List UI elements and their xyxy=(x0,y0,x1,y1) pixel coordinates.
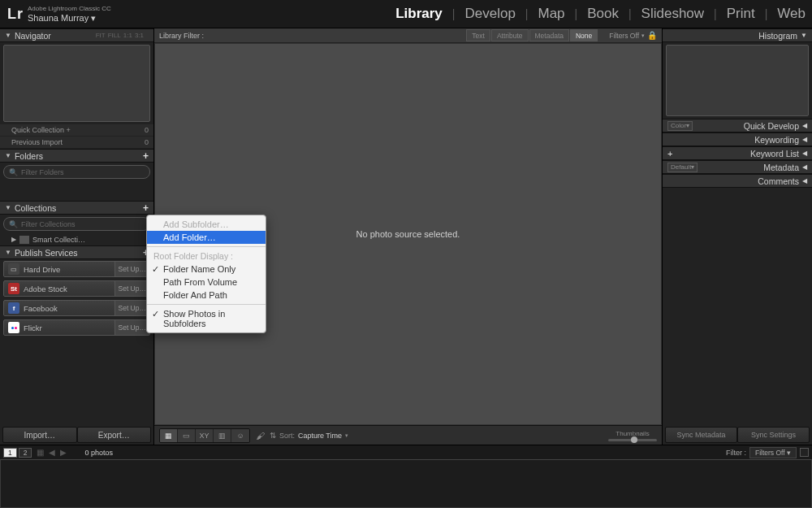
histogram-panel xyxy=(666,45,809,116)
zoom-fill[interactable]: FILL xyxy=(108,32,121,39)
navigator-title: Navigator xyxy=(15,31,51,41)
publish-label: Flickr xyxy=(24,323,42,332)
filter-preset-select[interactable]: Filters Off ▾ xyxy=(749,447,797,458)
catalog-quick-collection[interactable]: Quick Collection + 0 xyxy=(0,124,153,137)
loupe-view-button[interactable]: ▭ xyxy=(178,429,196,442)
menu-add-folder[interactable]: Add Folder… xyxy=(147,231,266,244)
filter-text[interactable]: Text xyxy=(466,29,490,41)
module-picker: Library| Develop| Map| Book| Slideshow| … xyxy=(395,6,806,22)
empty-state-text: No photo source selected. xyxy=(356,229,460,239)
setup-button[interactable]: Set Up… xyxy=(114,320,150,335)
collections-filter-input[interactable]: 🔍 Filter Collections xyxy=(3,217,150,231)
sync-metadata-button[interactable]: Sync Metadata xyxy=(665,427,737,443)
painter-tool-icon[interactable]: 🖌 xyxy=(253,429,266,442)
grid-view-button[interactable]: ▦ xyxy=(160,429,178,442)
module-slideshow[interactable]: Slideshow xyxy=(641,6,705,22)
menu-show-subfolders[interactable]: Show Photos in Subfolders xyxy=(147,307,266,330)
keywording-header[interactable]: Keywording ◀ xyxy=(663,132,812,146)
filmstrip[interactable] xyxy=(0,459,812,508)
module-develop[interactable]: Develop xyxy=(464,6,515,22)
product-name: Adobe Lightroom Classic CC xyxy=(28,6,111,12)
filter-metadata[interactable]: Metadata xyxy=(529,29,569,41)
histogram-title: Histogram xyxy=(758,31,797,41)
metadata-header[interactable]: Default ▾ Metadata ◀ xyxy=(663,160,812,174)
chevron-down-icon: ▼ xyxy=(801,32,807,39)
publish-facebook[interactable]: f Facebook Set Up… xyxy=(3,300,150,316)
import-button[interactable]: Import… xyxy=(2,427,77,443)
zoom-fit[interactable]: FIT xyxy=(96,32,106,39)
publish-title: Publish Services xyxy=(15,248,78,258)
navigator-header[interactable]: ▼ Navigator FIT FILL 1:1 3:1 xyxy=(0,28,153,42)
publish-header[interactable]: ▼ Publish Services + xyxy=(0,245,153,259)
filters-off-toggle[interactable]: Filters Off ▾ 🔒 xyxy=(609,31,657,40)
right-panel-group: Histogram ▼ Color ▾ Quick Develop ◀ Keyw… xyxy=(662,28,812,445)
sync-settings-button[interactable]: Sync Settings xyxy=(737,427,810,443)
menu-section-header: Root Folder Display : xyxy=(147,250,266,263)
setup-button[interactable]: Set Up… xyxy=(114,301,150,315)
module-map[interactable]: Map xyxy=(538,6,564,22)
people-view-button[interactable]: ☺ xyxy=(231,429,249,442)
survey-view-button[interactable]: ▥ xyxy=(214,429,231,442)
quick-develop-header[interactable]: Color ▾ Quick Develop ◀ xyxy=(663,119,812,132)
compare-view-button[interactable]: XY xyxy=(196,429,214,442)
setup-button[interactable]: Set Up… xyxy=(114,262,150,276)
add-collection-plus-icon[interactable]: + xyxy=(143,202,149,214)
page-1[interactable]: 1 xyxy=(3,448,17,458)
panel-title: Quick Develop xyxy=(744,121,799,131)
library-filter-bar: Library Filter : Text Attribute Metadata… xyxy=(154,28,662,43)
sort-control[interactable]: ⇅ Sort: Capture Time ▾ xyxy=(270,431,348,440)
lock-icon[interactable]: 🔒 xyxy=(647,31,657,40)
filter-switch[interactable] xyxy=(800,448,809,457)
panel-title: Keywording xyxy=(754,135,799,145)
back-icon[interactable]: ◀ xyxy=(49,448,55,457)
page-2[interactable]: 2 xyxy=(19,448,32,458)
publish-hard-drive[interactable]: ▭ Hard Drive Set Up… xyxy=(3,261,150,277)
sort-value: Capture Time xyxy=(298,432,342,440)
collections-header[interactable]: ▼ Collections + xyxy=(0,201,153,215)
grid-shortcut-icon[interactable]: ▦ xyxy=(37,448,44,457)
forward-icon[interactable]: ▶ xyxy=(60,448,67,457)
module-library[interactable]: Library xyxy=(395,6,443,22)
navigator-preview xyxy=(3,45,150,122)
export-button[interactable]: Export… xyxy=(77,427,152,443)
menu-path-from-volume[interactable]: Path From Volume xyxy=(147,276,266,289)
module-web[interactable]: Web xyxy=(777,6,806,22)
menu-folder-name-only[interactable]: Folder Name Only xyxy=(147,263,266,276)
chevron-down-icon: ▼ xyxy=(5,152,11,159)
module-book[interactable]: Book xyxy=(587,6,619,22)
chevron-left-icon: ◀ xyxy=(802,122,807,129)
folders-header[interactable]: ▼ Folders + xyxy=(0,149,153,163)
filter-attribute[interactable]: Attribute xyxy=(491,29,529,41)
view-mode-group: ▦ ▭ XY ▥ ☺ xyxy=(159,428,250,443)
add-folder-plus-icon[interactable]: + xyxy=(143,150,149,162)
comments-header[interactable]: Comments ◀ xyxy=(663,174,812,188)
facebook-icon: f xyxy=(8,302,19,314)
thumbnail-size-slider[interactable]: Thumbnails xyxy=(608,430,657,441)
panel-title: Metadata xyxy=(763,163,799,172)
folders-context-menu: Add Subfolder… Add Folder… Root Folder D… xyxy=(146,215,266,333)
publish-flickr[interactable]: Flickr Set Up… xyxy=(3,319,150,336)
keyword-list-header[interactable]: + Keyword List ◀ xyxy=(663,146,812,160)
module-print[interactable]: Print xyxy=(727,6,755,22)
chevron-down-icon: ▼ xyxy=(5,204,11,211)
add-keyword-plus-icon[interactable]: + xyxy=(667,149,672,158)
app-header: Lr Adobe Lightroom Classic CC Shauna Mur… xyxy=(0,0,812,28)
account-block[interactable]: Adobe Lightroom Classic CC Shauna Murray… xyxy=(28,6,111,23)
menu-folder-and-path[interactable]: Folder And Path xyxy=(147,289,266,302)
filter-none[interactable]: None xyxy=(570,29,598,41)
chevron-down-icon: ▼ xyxy=(5,249,11,256)
metadata-preset-select[interactable]: Default ▾ xyxy=(667,163,698,172)
folders-filter-input[interactable]: 🔍 Filter Folders xyxy=(3,165,150,179)
catalog-previous-import[interactable]: Previous Import 0 xyxy=(0,137,153,149)
zoom-1-1[interactable]: 1:1 xyxy=(123,32,132,39)
publish-adobe-stock[interactable]: St Adobe Stock Set Up… xyxy=(3,280,150,297)
drive-icon: ▭ xyxy=(8,263,19,275)
treatment-select[interactable]: Color ▾ xyxy=(667,121,693,131)
user-name: Shauna Murray ▾ xyxy=(28,14,111,23)
chevron-left-icon: ◀ xyxy=(802,177,807,185)
smart-collections-row[interactable]: ▶ Smart Collecti… xyxy=(0,233,153,245)
histogram-header[interactable]: Histogram ▼ xyxy=(663,28,812,42)
zoom-3-1[interactable]: 3:1 xyxy=(135,32,144,39)
chevron-left-icon: ◀ xyxy=(802,150,807,157)
setup-button[interactable]: Set Up… xyxy=(114,281,150,296)
